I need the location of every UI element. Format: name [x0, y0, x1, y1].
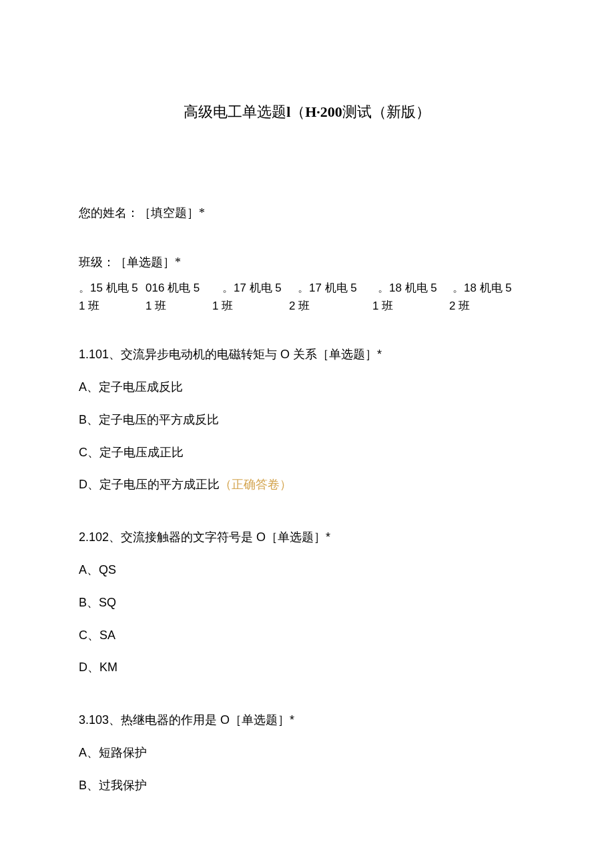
question-1-option-b[interactable]: B、定子电压的平方成反比	[79, 410, 535, 430]
page-title: 高级电工单选题l（H·200测试（新版）	[79, 100, 535, 123]
title-part3: （	[290, 103, 305, 120]
question-1-option-a[interactable]: A、定子电压成反比	[79, 378, 535, 397]
question-3-option-a[interactable]: A、短路保护	[79, 743, 535, 763]
title-part1: 高级电工单选题	[184, 103, 286, 120]
question-1-option-d-text: D、定子电压的平方成正比	[79, 478, 220, 491]
correct-answer-marker: （正确答卷）	[220, 478, 292, 491]
question-1-option-c[interactable]: C、定子电压成正比	[79, 443, 535, 462]
question-3-option-b[interactable]: B、过我保护	[79, 776, 535, 795]
class-option-1b: 1 班	[79, 297, 145, 315]
class-option-2b: 1 班	[145, 297, 212, 315]
question-1-option-d[interactable]: D、定子电压的平方成正比（正确答卷）	[79, 475, 535, 494]
class-option-6b: 2 班	[449, 297, 470, 315]
class-option-4a[interactable]: 。17 机电 5	[298, 279, 378, 297]
title-part5: 测试（新版）	[342, 103, 430, 120]
class-option-3a[interactable]: 。17 机电 5	[222, 279, 298, 297]
class-option-4b: 2 班	[289, 297, 372, 315]
title-part4: H·200	[305, 103, 342, 120]
name-field-label: 您的姓名：［填空题］*	[79, 203, 535, 223]
question-3-title: 3.103、热继电器的作用是 O［单选题］*	[79, 711, 535, 730]
question-2-option-c[interactable]: C、SA	[79, 626, 535, 645]
question-3: 3.103、热继电器的作用是 O［单选题］* A、短路保护 B、过我保护	[79, 711, 535, 795]
question-2-option-a[interactable]: A、QS	[79, 560, 535, 580]
question-1-title: 1.101、交流异步电动机的电磁转矩与 O 关系［单选题］*	[79, 345, 535, 364]
question-2-option-b[interactable]: B、SQ	[79, 593, 535, 612]
class-option-6a[interactable]: 。18 机电 5	[452, 279, 512, 297]
question-2: 2.102、交流接触器的文字符号是 O［单选题］* A、QS B、SQ C、SA…	[79, 528, 535, 677]
question-1: 1.101、交流异步电动机的电磁转矩与 O 关系［单选题］* A、定子电压成反比…	[79, 345, 535, 494]
class-option-5a[interactable]: 。18 机电 5	[378, 279, 452, 297]
question-2-title: 2.102、交流接触器的文字符号是 O［单选题］*	[79, 528, 535, 547]
question-2-option-d[interactable]: D、KM	[79, 658, 535, 677]
class-options-group: 。15 机电 5 016 机电 5 。17 机电 5 。17 机电 5 。18 …	[79, 279, 535, 315]
class-option-5b: 1 班	[372, 297, 449, 315]
class-option-2a[interactable]: 016 机电 5	[145, 279, 222, 297]
class-option-3b: 1 班	[212, 297, 289, 315]
class-field-label: 班级：［单选题］*	[79, 253, 535, 272]
class-option-1a[interactable]: 。15 机电 5	[79, 279, 145, 297]
